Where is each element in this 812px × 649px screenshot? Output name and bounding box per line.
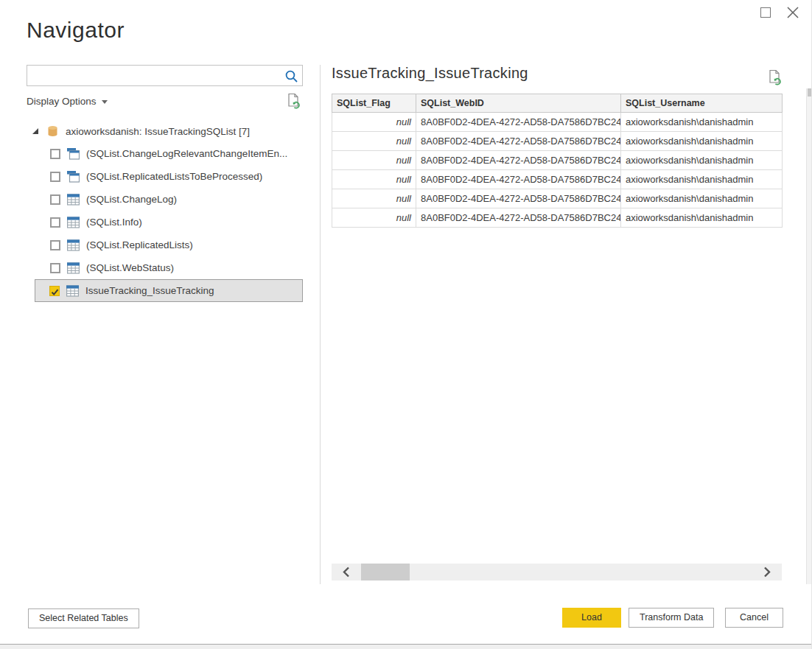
table-cell: axioworksdanish\danishadmin — [621, 132, 783, 151]
column-header[interactable]: SQList_Flag — [332, 94, 416, 113]
view-icon — [67, 148, 80, 160]
navigator-tree: axioworksdanish: IssueTrackingSQList [7]… — [27, 120, 303, 302]
select-related-tables-button[interactable]: Select Related Tables — [28, 608, 139, 628]
table-row: null 8A0BF0D2-4DEA-4272-AD58-DA7586D7BC2… — [332, 151, 783, 170]
table-cell: axioworksdanish\danishadmin — [621, 170, 783, 189]
table-cell: 8A0BF0D2-4DEA-4272-AD58-DA7586D7BC24 — [416, 113, 621, 132]
chevron-down-icon — [102, 100, 108, 104]
scrollbar-thumb[interactable] — [808, 88, 812, 97]
table-icon — [66, 285, 79, 297]
table-cell: null — [332, 170, 416, 189]
table-row: null 8A0BF0D2-4DEA-4272-AD58-DA7586D7BC2… — [332, 132, 783, 151]
table-header-row: SQList_Flag SQList_WebID SQList_Username — [332, 94, 783, 113]
navigator-left-pane: Display Options axioworksdanish: IssueTr… — [27, 65, 303, 302]
table-cell: axioworksdanish\danishadmin — [621, 208, 783, 228]
page-title: Navigator — [27, 18, 125, 43]
table-cell: axioworksdanish\danishadmin — [621, 113, 783, 132]
scroll-left-icon[interactable] — [340, 566, 353, 578]
display-options-label: Display Options — [27, 96, 97, 107]
column-header[interactable]: SQList_WebID — [416, 94, 621, 113]
table-cell: null — [332, 189, 416, 208]
table-cell: 8A0BF0D2-4DEA-4272-AD58-DA7586D7BC24 — [416, 132, 621, 151]
tree-item-label: (SQList.ReplicatedListsToBeProcessed) — [86, 171, 262, 182]
checkbox[interactable] — [50, 240, 60, 250]
tree-item-label: (SQList.WebStatus) — [86, 262, 174, 273]
navigator-dialog: Navigator Display Options — [0, 0, 812, 649]
horizontal-scrollbar[interactable] — [332, 564, 782, 580]
expand-collapse-icon[interactable] — [32, 128, 38, 134]
tree-item-selected[interactable]: IssueTracking_IssueTracking — [35, 279, 303, 302]
table-icon — [67, 239, 80, 251]
dialog-bottom-strip — [0, 645, 812, 649]
search-box[interactable] — [27, 65, 303, 86]
preview-pane: IssueTracking_IssueTracking SQList_Flag … — [332, 65, 783, 228]
cancel-button[interactable]: Cancel — [725, 608, 783, 628]
table-cell: null — [332, 113, 416, 132]
tree-root-database[interactable]: axioworksdanish: IssueTrackingSQList [7] — [27, 120, 303, 142]
table-icon — [67, 217, 80, 228]
tree-item-label: (SQList.ChangeLog) — [86, 194, 177, 205]
refresh-document-icon[interactable] — [287, 93, 301, 110]
tree-item[interactable]: (SQList.Info) — [27, 211, 303, 234]
transform-data-button[interactable]: Transform Data — [629, 608, 714, 628]
preview-table: SQList_Flag SQList_WebID SQList_Username… — [332, 94, 783, 228]
maximize-icon[interactable] — [760, 7, 771, 18]
tree-item[interactable]: (SQList.ReplicatedListsToBeProcessed) — [27, 165, 303, 188]
preview-title: IssueTracking_IssueTracking — [332, 65, 783, 82]
table-cell: 8A0BF0D2-4DEA-4272-AD58-DA7586D7BC24 — [416, 170, 621, 189]
table-row: null 8A0BF0D2-4DEA-4272-AD58-DA7586D7BC2… — [332, 113, 783, 132]
column-header[interactable]: SQList_Username — [621, 94, 783, 113]
search-input[interactable] — [32, 66, 279, 85]
table-row: null 8A0BF0D2-4DEA-4272-AD58-DA7586D7BC2… — [332, 189, 783, 208]
tree-item-label: IssueTracking_IssueTracking — [85, 285, 214, 296]
tree-item[interactable]: (SQList.ChangeLogRelevantChangeItemEn... — [27, 142, 303, 165]
table-cell: null — [332, 132, 416, 151]
checkbox[interactable] — [50, 263, 60, 273]
table-row: null 8A0BF0D2-4DEA-4272-AD58-DA7586D7BC2… — [332, 208, 783, 228]
display-options-dropdown[interactable]: Display Options — [27, 96, 108, 107]
tree-item[interactable]: (SQList.WebStatus) — [27, 256, 303, 279]
tree-item-label: (SQList.Info) — [86, 217, 142, 228]
table-cell: axioworksdanish\danishadmin — [621, 189, 783, 208]
table-cell: 8A0BF0D2-4DEA-4272-AD58-DA7586D7BC24 — [416, 208, 621, 228]
tree-item[interactable]: (SQList.ReplicatedLists) — [27, 234, 303, 256]
load-button[interactable]: Load — [562, 608, 621, 628]
checkbox[interactable] — [50, 149, 60, 159]
table-icon — [67, 194, 80, 206]
refresh-document-icon[interactable] — [768, 69, 783, 86]
tree-item-label: (SQList.ChangeLogRelevantChangeItemEn... — [86, 148, 287, 159]
table-cell: null — [332, 151, 416, 170]
tree-root-label: axioworksdanish: IssueTrackingSQList [7] — [66, 126, 250, 137]
checkbox-checked[interactable] — [49, 286, 60, 296]
table-cell: axioworksdanish\danishadmin — [621, 151, 783, 170]
database-icon — [46, 125, 59, 137]
pane-divider — [320, 65, 321, 584]
close-icon[interactable] — [785, 5, 800, 20]
checkbox[interactable] — [50, 194, 60, 205]
check-icon — [50, 287, 60, 297]
table-cell: null — [332, 208, 416, 228]
table-icon — [67, 262, 80, 274]
tree-item[interactable]: (SQList.ChangeLog) — [27, 188, 303, 211]
table-cell: 8A0BF0D2-4DEA-4272-AD58-DA7586D7BC24 — [416, 151, 621, 170]
table-cell: 8A0BF0D2-4DEA-4272-AD58-DA7586D7BC24 — [416, 189, 621, 208]
checkbox[interactable] — [50, 172, 60, 182]
scroll-right-icon[interactable] — [760, 566, 773, 578]
table-row: null 8A0BF0D2-4DEA-4272-AD58-DA7586D7BC2… — [332, 170, 783, 189]
tree-item-label: (SQList.ReplicatedLists) — [86, 239, 193, 250]
scrollbar-thumb[interactable] — [361, 564, 410, 580]
checkbox[interactable] — [50, 217, 60, 228]
search-icon[interactable] — [284, 69, 298, 83]
vertical-scrollbar[interactable] — [806, 88, 811, 584]
view-icon — [67, 171, 80, 183]
